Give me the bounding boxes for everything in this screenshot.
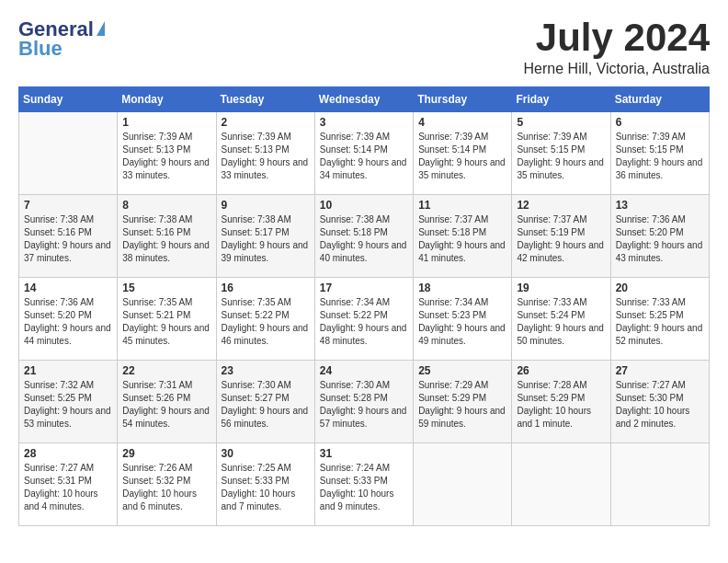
day-info: Sunrise: 7:39 AMSunset: 5:15 PMDaylight:…: [616, 131, 704, 182]
weekday-header-thursday: Thursday: [414, 87, 512, 112]
weekday-header-tuesday: Tuesday: [216, 87, 314, 112]
calendar-cell: 16Sunrise: 7:35 AMSunset: 5:22 PMDayligh…: [216, 278, 314, 361]
day-number: 2: [222, 116, 310, 129]
calendar-week-row: 28Sunrise: 7:27 AMSunset: 5:31 PMDayligh…: [19, 443, 710, 526]
calendar-cell: 20Sunrise: 7:33 AMSunset: 5:25 PMDayligh…: [610, 278, 709, 361]
calendar-cell: 13Sunrise: 7:36 AMSunset: 5:20 PMDayligh…: [610, 195, 709, 278]
calendar-week-row: 7Sunrise: 7:38 AMSunset: 5:16 PMDaylight…: [19, 195, 710, 278]
day-number: 14: [24, 282, 112, 294]
calendar-week-row: 21Sunrise: 7:32 AMSunset: 5:25 PMDayligh…: [19, 361, 710, 443]
calendar-cell: 18Sunrise: 7:34 AMSunset: 5:23 PMDayligh…: [414, 278, 512, 361]
calendar-cell: 2Sunrise: 7:39 AMSunset: 5:13 PMDaylight…: [216, 112, 314, 195]
calendar-cell: 14Sunrise: 7:36 AMSunset: 5:20 PMDayligh…: [19, 278, 118, 361]
day-number: 5: [517, 116, 605, 129]
day-info: Sunrise: 7:34 AMSunset: 5:22 PMDaylight:…: [320, 296, 408, 348]
day-info: Sunrise: 7:34 AMSunset: 5:23 PMDaylight:…: [418, 296, 506, 348]
day-number: 24: [320, 364, 408, 377]
day-info: Sunrise: 7:37 AMSunset: 5:18 PMDaylight:…: [418, 213, 506, 265]
day-number: 17: [320, 282, 408, 294]
logo-text-blue: Blue: [18, 37, 63, 61]
day-number: 4: [418, 116, 506, 129]
calendar-cell: 10Sunrise: 7:38 AMSunset: 5:18 PMDayligh…: [314, 195, 413, 278]
calendar-cell: 31Sunrise: 7:24 AMSunset: 5:33 PMDayligh…: [314, 443, 413, 526]
day-number: 16: [222, 282, 310, 294]
calendar-cell: 9Sunrise: 7:38 AMSunset: 5:17 PMDaylight…: [216, 195, 314, 278]
calendar-cell: 23Sunrise: 7:30 AMSunset: 5:27 PMDayligh…: [216, 361, 314, 443]
day-info: Sunrise: 7:30 AMSunset: 5:27 PMDaylight:…: [222, 379, 310, 431]
calendar-cell: 7Sunrise: 7:38 AMSunset: 5:16 PMDaylight…: [19, 195, 118, 278]
calendar-cell: 5Sunrise: 7:39 AMSunset: 5:15 PMDaylight…: [512, 112, 610, 195]
weekday-header-wednesday: Wednesday: [314, 87, 413, 112]
day-info: Sunrise: 7:38 AMSunset: 5:18 PMDaylight:…: [320, 213, 408, 265]
day-info: Sunrise: 7:36 AMSunset: 5:20 PMDaylight:…: [24, 296, 112, 348]
day-number: 6: [616, 116, 704, 129]
calendar-cell: 19Sunrise: 7:33 AMSunset: 5:24 PMDayligh…: [512, 278, 610, 361]
day-number: 10: [320, 199, 408, 212]
calendar-cell: 26Sunrise: 7:28 AMSunset: 5:29 PMDayligh…: [512, 361, 610, 443]
day-number: 3: [320, 116, 408, 129]
logo: General Blue: [18, 18, 105, 61]
weekday-header-monday: Monday: [118, 87, 216, 112]
weekday-header-friday: Friday: [512, 87, 610, 112]
day-info: Sunrise: 7:38 AMSunset: 5:16 PMDaylight:…: [24, 213, 112, 265]
month-title: July 2024: [524, 18, 710, 57]
calendar-cell: 17Sunrise: 7:34 AMSunset: 5:22 PMDayligh…: [314, 278, 413, 361]
calendar-cell: 15Sunrise: 7:35 AMSunset: 5:21 PMDayligh…: [118, 278, 216, 361]
title-block: July 2024 Herne Hill, Victoria, Australi…: [524, 18, 710, 77]
logo-triangle-icon: [97, 21, 105, 36]
day-number: 26: [517, 364, 605, 377]
calendar-header-row: SundayMondayTuesdayWednesdayThursdayFrid…: [19, 87, 710, 112]
day-info: Sunrise: 7:33 AMSunset: 5:24 PMDaylight:…: [517, 296, 605, 348]
calendar-cell: 29Sunrise: 7:26 AMSunset: 5:32 PMDayligh…: [118, 443, 216, 526]
day-number: 7: [24, 199, 112, 212]
day-info: Sunrise: 7:26 AMSunset: 5:32 PMDaylight:…: [122, 462, 210, 513]
day-info: Sunrise: 7:38 AMSunset: 5:16 PMDaylight:…: [122, 213, 210, 265]
calendar-cell: 22Sunrise: 7:31 AMSunset: 5:26 PMDayligh…: [118, 361, 216, 443]
day-number: 15: [122, 282, 210, 294]
day-number: 23: [222, 364, 310, 377]
day-info: Sunrise: 7:39 AMSunset: 5:14 PMDaylight:…: [320, 131, 408, 182]
day-info: Sunrise: 7:35 AMSunset: 5:22 PMDaylight:…: [222, 296, 310, 348]
day-info: Sunrise: 7:35 AMSunset: 5:21 PMDaylight:…: [122, 296, 210, 348]
day-number: 1: [122, 116, 210, 129]
day-number: 12: [517, 199, 605, 212]
day-info: Sunrise: 7:33 AMSunset: 5:25 PMDaylight:…: [616, 296, 704, 348]
calendar-cell: 21Sunrise: 7:32 AMSunset: 5:25 PMDayligh…: [19, 361, 118, 443]
weekday-header-sunday: Sunday: [19, 87, 118, 112]
page-header: General Blue July 2024 Herne Hill, Victo…: [18, 18, 710, 77]
day-info: Sunrise: 7:31 AMSunset: 5:26 PMDaylight:…: [122, 379, 210, 431]
day-info: Sunrise: 7:39 AMSunset: 5:13 PMDaylight:…: [222, 131, 310, 182]
calendar-table: SundayMondayTuesdayWednesdayThursdayFrid…: [18, 86, 710, 526]
calendar-cell: 6Sunrise: 7:39 AMSunset: 5:15 PMDaylight…: [610, 112, 709, 195]
location-text: Herne Hill, Victoria, Australia: [524, 61, 710, 77]
day-number: 25: [418, 364, 506, 377]
day-number: 18: [418, 282, 506, 294]
day-number: 9: [222, 199, 310, 212]
calendar-cell: 4Sunrise: 7:39 AMSunset: 5:14 PMDaylight…: [414, 112, 512, 195]
day-info: Sunrise: 7:28 AMSunset: 5:29 PMDaylight:…: [517, 379, 605, 431]
day-number: 20: [616, 282, 704, 294]
day-number: 30: [222, 447, 310, 460]
calendar-cell: [610, 443, 709, 526]
calendar-cell: 25Sunrise: 7:29 AMSunset: 5:29 PMDayligh…: [414, 361, 512, 443]
day-number: 27: [616, 364, 704, 377]
calendar-cell: [19, 112, 118, 195]
day-info: Sunrise: 7:25 AMSunset: 5:33 PMDaylight:…: [222, 462, 310, 513]
calendar-cell: 11Sunrise: 7:37 AMSunset: 5:18 PMDayligh…: [414, 195, 512, 278]
day-info: Sunrise: 7:38 AMSunset: 5:17 PMDaylight:…: [222, 213, 310, 265]
day-number: 13: [616, 199, 704, 212]
calendar-cell: 1Sunrise: 7:39 AMSunset: 5:13 PMDaylight…: [118, 112, 216, 195]
day-info: Sunrise: 7:29 AMSunset: 5:29 PMDaylight:…: [418, 379, 506, 431]
calendar-week-row: 14Sunrise: 7:36 AMSunset: 5:20 PMDayligh…: [19, 278, 710, 361]
weekday-header-saturday: Saturday: [610, 87, 709, 112]
day-number: 8: [122, 199, 210, 212]
calendar-cell: 30Sunrise: 7:25 AMSunset: 5:33 PMDayligh…: [216, 443, 314, 526]
calendar-cell: 28Sunrise: 7:27 AMSunset: 5:31 PMDayligh…: [19, 443, 118, 526]
day-info: Sunrise: 7:37 AMSunset: 5:19 PMDaylight:…: [517, 213, 605, 265]
day-number: 19: [517, 282, 605, 294]
day-number: 28: [24, 447, 112, 460]
calendar-cell: 12Sunrise: 7:37 AMSunset: 5:19 PMDayligh…: [512, 195, 610, 278]
calendar-week-row: 1Sunrise: 7:39 AMSunset: 5:13 PMDaylight…: [19, 112, 710, 195]
day-info: Sunrise: 7:32 AMSunset: 5:25 PMDaylight:…: [24, 379, 112, 431]
day-info: Sunrise: 7:36 AMSunset: 5:20 PMDaylight:…: [616, 213, 704, 265]
